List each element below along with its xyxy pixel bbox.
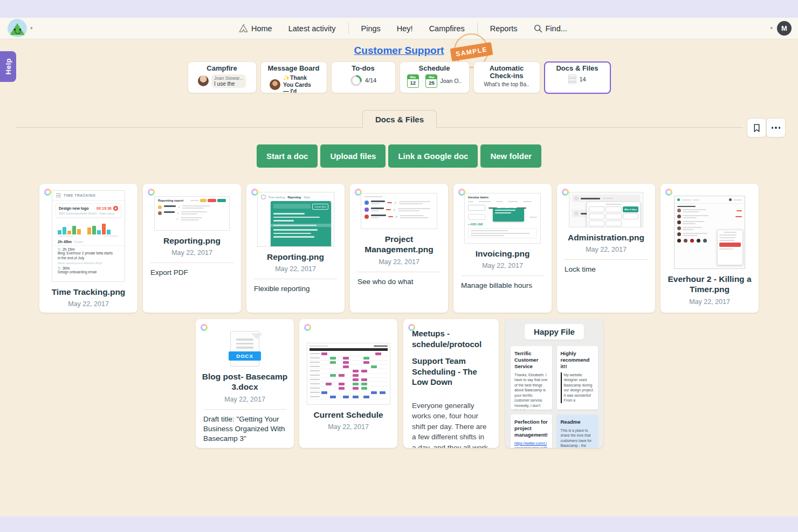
card-divider bbox=[461, 275, 544, 276]
nav-item-pings[interactable]: Pings bbox=[353, 24, 389, 33]
campfire-message: I use the bbox=[214, 81, 243, 87]
basecamp-logo-icon bbox=[8, 19, 27, 37]
file-caption: Lock time bbox=[565, 265, 648, 274]
thumb-tab: Time tracking bbox=[269, 196, 285, 199]
file-card-administration[interactable]: After 3 days Administration.png May 22, … bbox=[557, 184, 655, 313]
file-name[interactable]: Invoicing.png bbox=[459, 248, 546, 259]
file-name[interactable]: Reporting.png bbox=[148, 236, 236, 246]
card-divider bbox=[203, 409, 286, 410]
mini-doc-body: Thanks, Elizabeth. I have to say that on… bbox=[514, 372, 548, 410]
doc-title[interactable]: Meetups - schedule/protocol bbox=[412, 328, 490, 349]
nav-item-find[interactable]: Find... bbox=[526, 24, 575, 33]
bookmark-button[interactable] bbox=[747, 118, 766, 137]
mini-doc-link: https://twitter.com/Lindamshirk/status/7… bbox=[514, 441, 548, 448]
file-name[interactable]: Administration.png bbox=[562, 232, 650, 243]
thumb-notes-box bbox=[468, 228, 537, 238]
folder-card-happy-file[interactable]: Happy File Terrific Customer Service Tha… bbox=[505, 319, 603, 448]
thumb-today-label: TODAY bbox=[74, 240, 84, 244]
file-name[interactable]: Blog post- Basecamp 3.docx bbox=[201, 371, 288, 392]
file-card-reporting-1[interactable]: Reporting report ✓ ✓ ✓ Reporting.png May… bbox=[143, 184, 241, 313]
tool-label-schedule: Schedule bbox=[405, 65, 464, 73]
thumb-today-total: 2h 45m bbox=[58, 239, 72, 244]
tool-card-todos[interactable]: To-dos 4/14 bbox=[331, 61, 396, 93]
folder-name-tab[interactable]: Happy File bbox=[525, 324, 584, 340]
file-name[interactable]: Everhour 2 - Killing a Timer.png bbox=[666, 274, 753, 295]
nav-item-latest-activity[interactable]: Latest activity bbox=[280, 24, 344, 33]
file-name[interactable]: Time Tracking.png bbox=[45, 287, 132, 297]
file-card-blog-post[interactable]: DOCX Blog post- Basecamp 3.docx May 22, … bbox=[196, 319, 294, 448]
document-icon bbox=[568, 74, 576, 84]
user-avatar-initial: M bbox=[781, 24, 787, 32]
doc-body: Everyone generally works one, four hour … bbox=[412, 400, 490, 448]
nav-item-hey[interactable]: Hey! bbox=[389, 24, 421, 33]
tool-label-docs-files: Docs & Files bbox=[549, 65, 606, 73]
file-name[interactable]: Reporting.png bbox=[252, 252, 339, 262]
todo-progress-label: 4/14 bbox=[365, 77, 376, 84]
folder-docs-grid: Terrific Customer Service Thanks, Elizab… bbox=[505, 340, 603, 448]
unread-ring-badge bbox=[148, 189, 155, 196]
thumb-tooltip bbox=[493, 208, 524, 222]
file-name[interactable]: Project Management.png bbox=[355, 234, 443, 255]
new-folder-button[interactable]: New folder bbox=[480, 144, 541, 168]
file-date: May 22, 2017 bbox=[299, 423, 397, 431]
folder-doc-perfection[interactable]: Perfection for project management! https… bbox=[511, 414, 552, 448]
nav-label-find: Find... bbox=[546, 24, 567, 33]
link-google-doc-button[interactable]: Link a Google doc bbox=[388, 144, 478, 168]
file-thumbnail: After 3 days bbox=[569, 192, 643, 227]
account-caret-icon[interactable]: ▾ bbox=[770, 26, 773, 31]
tool-label-message-board: Message Board bbox=[266, 65, 322, 73]
stop-button-icon bbox=[113, 206, 118, 211]
nav-divider bbox=[477, 23, 478, 34]
start-doc-button[interactable]: Start a doc bbox=[257, 144, 318, 168]
file-caption: Draft title: "Getting Your Business Orga… bbox=[203, 414, 286, 444]
file-card-meetups-doc[interactable]: Meetups - schedule/protocol Support Team… bbox=[403, 319, 499, 448]
avatar bbox=[270, 79, 280, 90]
docs-files-tab[interactable]: Docs & Files bbox=[362, 110, 437, 128]
tool-label-todos: To-dos bbox=[336, 65, 390, 73]
tool-card-message-board[interactable]: Message Board ✨Thank You Cards — I'd bbox=[260, 61, 327, 93]
thumb-invoice-title: Invoice items bbox=[465, 194, 540, 200]
file-card-current-schedule[interactable]: Current Schedule May 22, 2017 bbox=[299, 319, 397, 448]
mini-doc-body: This is a place to share the love that c… bbox=[561, 428, 595, 448]
mini-doc-quote: My website designer used Basecamp during… bbox=[561, 372, 595, 403]
project-title-link[interactable]: Customer Support bbox=[354, 45, 444, 56]
docx-file-icon: DOCX bbox=[230, 331, 259, 367]
tool-card-automatic-checkins[interactable]: Automatic Check-ins What's the top Ba.. bbox=[473, 61, 540, 93]
unread-ring-badge bbox=[408, 324, 415, 331]
file-card-time-tracking[interactable]: TIME TRACKING Design new logo 00:19:36 G… bbox=[39, 184, 137, 313]
folder-doc-terrific-service[interactable]: Terrific Customer Service Thanks, Elizab… bbox=[511, 346, 552, 410]
folder-doc-highly-recommend[interactable]: Highly recommend it!! My website designe… bbox=[557, 346, 598, 410]
logo-caret-icon: ▾ bbox=[30, 26, 33, 31]
file-caption: Export PDF bbox=[150, 268, 233, 278]
basecamp-logo[interactable]: ▾ bbox=[8, 19, 33, 37]
thumb-highlight-button: After 3 days bbox=[623, 206, 638, 212]
file-date: May 22, 2017 bbox=[246, 265, 345, 273]
thumb-client: GBS Gartenbaustoffe GmbH - Team name bbox=[59, 212, 118, 215]
file-card-everhour[interactable]: Everhour 2 - Killing a Timer.png May 22,… bbox=[661, 184, 759, 313]
more-options-button[interactable] bbox=[766, 118, 786, 137]
nav-item-home[interactable]: Home bbox=[231, 24, 280, 33]
upload-files-button[interactable]: Upload files bbox=[320, 144, 386, 168]
card-divider bbox=[565, 259, 648, 260]
tool-card-campfire[interactable]: Campfire Joan Stewar... I use the bbox=[188, 61, 257, 93]
nav-item-reports[interactable]: Reports bbox=[482, 24, 526, 33]
thumb-bar-chart bbox=[58, 222, 119, 234]
tool-card-schedule[interactable]: Schedule May 12 · May 25 Joan O.. bbox=[400, 61, 470, 93]
campfire-author: Joan Stewar... bbox=[214, 75, 243, 81]
user-avatar[interactable]: M bbox=[777, 21, 792, 36]
thumb-popup: After 3 days bbox=[587, 202, 641, 227]
unread-ring-badge bbox=[251, 189, 258, 196]
nav-item-campfires[interactable]: Campfires bbox=[421, 24, 473, 33]
folder-doc-readme[interactable]: Readme This is a place to share the love… bbox=[557, 414, 598, 448]
file-card-reporting-2[interactable]: Time tracking Reporting Team Create New … bbox=[246, 184, 345, 313]
file-name[interactable]: Current Schedule bbox=[305, 410, 392, 420]
thumb-entry-time: 2h 15m bbox=[63, 247, 75, 251]
file-card-invoicing[interactable]: Invoice items + ADD LINE Invoicing.png M… bbox=[453, 184, 552, 313]
calendar-day: 25 bbox=[426, 79, 437, 87]
file-caption: Manage billable hours bbox=[461, 281, 544, 291]
tool-card-docs-files[interactable]: Docs & Files 14 bbox=[544, 61, 611, 94]
unread-ring-badge bbox=[44, 189, 51, 196]
file-card-project-management[interactable]: ✓ ✓ ✓ Project Management.png May 22, 201… bbox=[350, 184, 448, 313]
file-caption: See who do what bbox=[357, 277, 441, 287]
thumb-create-button: Create New bbox=[312, 204, 328, 210]
